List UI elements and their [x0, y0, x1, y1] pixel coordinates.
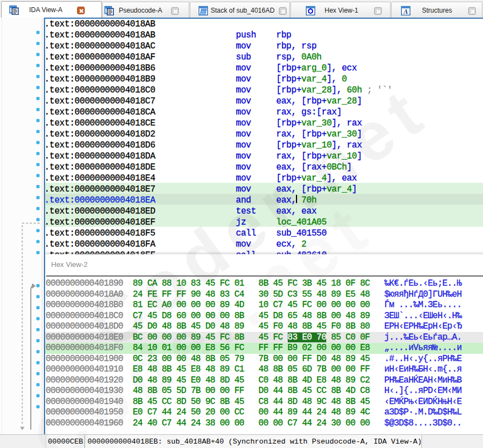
svg-text:A: A — [403, 8, 408, 15]
